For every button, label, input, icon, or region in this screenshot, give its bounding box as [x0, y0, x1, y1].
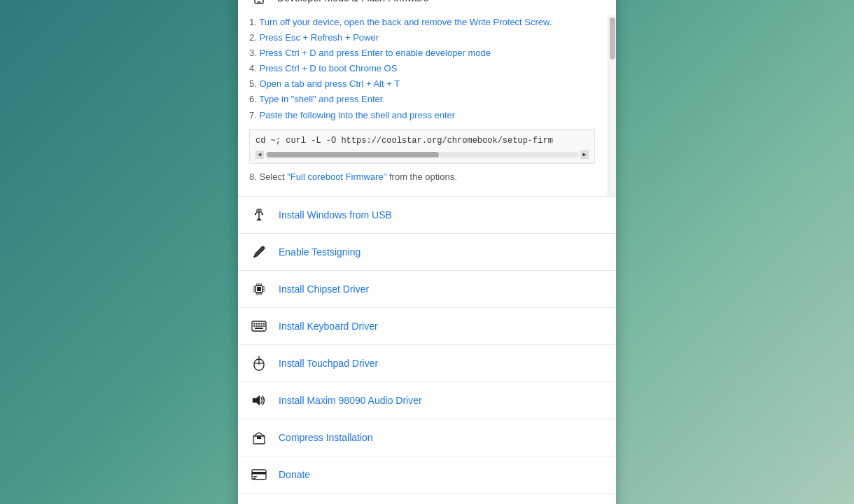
- svg-point-5: [255, 214, 256, 215]
- svg-rect-45: [253, 478, 255, 479]
- install-chipset-label: Install Chipset Driver: [279, 284, 369, 295]
- svg-rect-31: [261, 326, 263, 327]
- scroll-track[interactable]: [265, 152, 579, 158]
- dev-mode-header[interactable]: Developer Mode & Flash Firmware: [238, 0, 616, 15]
- compress-installation-label: Compress Installation: [279, 432, 373, 443]
- usb-icon: [249, 205, 269, 225]
- svg-rect-25: [258, 323, 260, 325]
- enable-testsigning-label: Enable Testsigning: [279, 246, 360, 258]
- chip-icon: [249, 279, 269, 299]
- dev-mode-section: Developer Mode & Flash Firmware 1. Turn …: [238, 0, 616, 197]
- main-card: Developer Mode & Flash Firmware 1. Turn …: [238, 0, 616, 504]
- svg-rect-44: [253, 476, 257, 477]
- install-keyboard-label: Install Keyboard Driver: [279, 321, 378, 332]
- card-icon: [249, 465, 269, 484]
- code-scrollbar: ◀ ▶: [255, 150, 589, 159]
- code-text: cd ~; curl -L -O https://coolstar.org/ch…: [255, 134, 589, 148]
- volume-icon: [249, 391, 269, 410]
- svg-rect-28: [253, 326, 255, 327]
- step-3: 3. Press Ctrl + D and press Enter to ena…: [249, 46, 595, 61]
- menu-items-container: Install Windows from USB Enable Testsign…: [238, 197, 616, 504]
- scroll-thumb[interactable]: [267, 152, 439, 158]
- step-5: 5. Open a tab and press Ctrl + Alt + T: [249, 76, 595, 92]
- content-scrollbar[interactable]: [608, 15, 616, 196]
- step-1: 1. Turn off your device, open the back a…: [249, 15, 595, 30]
- menu-item-install-windows[interactable]: Install Windows from USB: [238, 197, 616, 234]
- menu-item-install-audio[interactable]: Install Maxim 98090 Audio Driver: [238, 382, 616, 419]
- box-icon: [249, 428, 269, 447]
- scroll-left-arrow[interactable]: ◀: [255, 150, 264, 159]
- svg-point-6: [262, 214, 263, 215]
- menu-item-enable-testsigning[interactable]: Enable Testsigning: [238, 234, 616, 271]
- keyboard-icon: [249, 316, 269, 336]
- svg-rect-29: [256, 326, 258, 327]
- install-audio-label: Install Maxim 98090 Audio Driver: [279, 395, 422, 406]
- menu-item-support[interactable]: ? Support: [238, 493, 616, 504]
- step-6: 6. Type in "shell" and press Enter.: [249, 92, 595, 107]
- svg-rect-43: [252, 472, 266, 475]
- step-4: 4. Press Ctrl + D to boot Chrome OS: [249, 61, 595, 76]
- step-2: 2. Press Esc + Refresh + Power: [249, 30, 595, 46]
- menu-item-install-touchpad[interactable]: Install Touchpad Driver: [238, 345, 616, 382]
- dev-mode-title: Developer Mode & Flash Firmware: [277, 0, 428, 4]
- svg-rect-23: [253, 323, 255, 325]
- svg-rect-27: [263, 323, 265, 325]
- content-scrollbar-thumb[interactable]: [610, 18, 615, 59]
- pencil-icon: [249, 242, 269, 262]
- dev-mode-content: 1. Turn off your device, open the back a…: [238, 15, 616, 196]
- menu-item-compress-installation[interactable]: Compress Installation: [238, 419, 616, 456]
- step-7: 7. Paste the following into the shell an…: [249, 108, 595, 123]
- steps-list: 1. Turn off your device, open the back a…: [249, 15, 605, 188]
- menu-item-install-chipset[interactable]: Install Chipset Driver: [238, 271, 616, 308]
- svg-rect-32: [263, 326, 265, 327]
- svg-rect-9: [257, 287, 261, 291]
- install-touchpad-label: Install Touchpad Driver: [279, 358, 378, 369]
- mouse-icon: [249, 354, 269, 373]
- code-block: cd ~; curl -L -O https://coolstar.org/ch…: [249, 129, 595, 164]
- svg-rect-26: [261, 323, 263, 325]
- svg-rect-24: [256, 323, 258, 325]
- svg-rect-30: [258, 326, 260, 327]
- svg-marker-38: [253, 396, 260, 405]
- scroll-right-arrow[interactable]: ▶: [580, 150, 589, 159]
- step-8: 8. Select "Full coreboot Firmware" from …: [249, 169, 595, 188]
- svg-rect-33: [255, 328, 263, 329]
- menu-item-donate[interactable]: Donate: [238, 456, 616, 493]
- dev-mode-icon: [249, 0, 269, 8]
- install-windows-label: Install Windows from USB: [279, 209, 392, 220]
- svg-rect-41: [257, 437, 261, 439]
- menu-item-install-keyboard[interactable]: Install Keyboard Driver: [238, 308, 616, 345]
- donate-label: Donate: [279, 469, 310, 480]
